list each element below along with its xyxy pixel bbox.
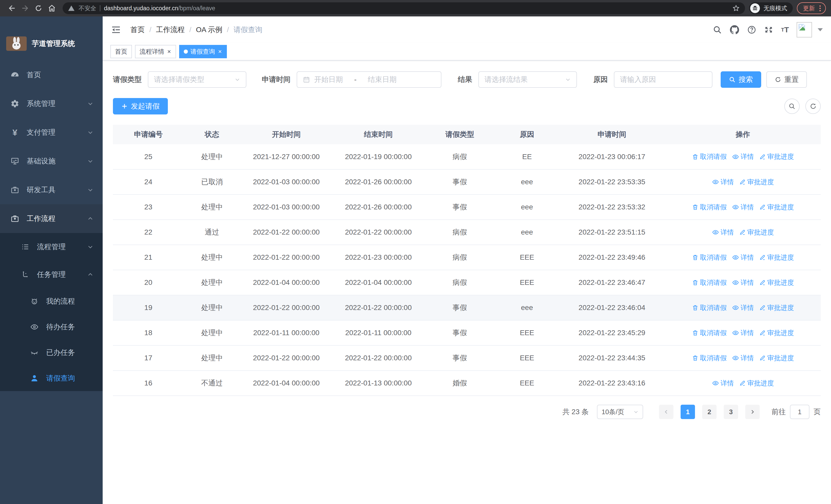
approval-progress-link[interactable]: 审批进度: [739, 228, 774, 237]
cell-leave-type: 病假: [424, 144, 495, 169]
detail-link[interactable]: 详情: [712, 228, 734, 237]
avatar[interactable]: [797, 22, 812, 37]
approval-progress-link[interactable]: 审批进度: [759, 253, 794, 262]
detail-link[interactable]: 详情: [732, 354, 754, 363]
detail-link[interactable]: 详情: [732, 328, 754, 337]
forward-icon[interactable]: [19, 2, 32, 15]
cell-leave-type: 病假: [424, 245, 495, 270]
cancel-leave-link[interactable]: 取消请假: [692, 152, 727, 161]
detail-link[interactable]: 详情: [732, 203, 754, 212]
cancel-leave-link[interactable]: 取消请假: [692, 328, 727, 337]
close-icon[interactable]: ×: [218, 49, 222, 55]
home-icon[interactable]: [45, 2, 58, 15]
sidebar-item-home[interactable]: 首页: [0, 61, 103, 89]
cell-status: 处理中: [184, 195, 240, 220]
help-icon[interactable]: [747, 25, 756, 34]
update-button[interactable]: 更新: [797, 2, 826, 14]
detail-link[interactable]: 详情: [732, 152, 754, 161]
page-button-3[interactable]: 3: [724, 405, 738, 419]
end-date-placeholder: 结束日期: [368, 75, 397, 84]
result-label: 结果: [458, 75, 472, 84]
cancel-leave-link[interactable]: 取消请假: [692, 253, 727, 262]
leave-type-select[interactable]: 请选择请假类型: [148, 71, 247, 88]
cancel-leave-link[interactable]: 取消请假: [692, 303, 727, 312]
cell-id: 24: [113, 169, 184, 195]
sidebar-item-my-process[interactable]: 我的流程: [0, 289, 103, 314]
cancel-leave-link[interactable]: 取消请假: [692, 203, 727, 212]
approval-progress-link[interactable]: 审批进度: [759, 152, 794, 161]
breadcrumb-item[interactable]: 首页: [131, 25, 145, 35]
sidebar-item-process-mgmt[interactable]: 流程管理: [0, 233, 103, 261]
font-size-icon[interactable]: TT: [781, 26, 789, 34]
detail-link[interactable]: 详情: [732, 303, 754, 312]
reason-input[interactable]: [614, 72, 712, 87]
search-icon[interactable]: [713, 25, 722, 34]
cell-id: 21: [113, 245, 184, 270]
approval-progress-link[interactable]: 审批进度: [759, 328, 794, 337]
tab-leave-query[interactable]: 请假查询 ×: [179, 45, 227, 58]
reload-icon[interactable]: [32, 2, 45, 15]
apply-time-range-picker[interactable]: 开始日期 - 结束日期: [297, 71, 441, 88]
search-button[interactable]: 搜索: [721, 71, 761, 88]
breadcrumb-item[interactable]: OA 示例: [196, 25, 223, 35]
sidebar-item-done-tasks[interactable]: 已办任务: [0, 340, 103, 365]
cell-apply-time: 2022-01-22 23:49:46: [559, 245, 665, 270]
approval-progress-link[interactable]: 审批进度: [739, 379, 774, 388]
back-icon[interactable]: [5, 2, 19, 15]
approval-progress-link[interactable]: 审批进度: [759, 354, 794, 363]
page-button-2[interactable]: 2: [702, 405, 717, 419]
breadcrumb-separator: /: [227, 26, 229, 34]
approval-progress-link[interactable]: 审批进度: [759, 303, 794, 312]
table-row: 19 处理中 2022-01-22 00:00:00 2022-01-22 00…: [113, 295, 821, 320]
sidebar-item-leave-query[interactable]: 请假查询: [0, 365, 103, 391]
sidebar-item-workflow[interactable]: 工作流程: [0, 204, 103, 233]
browser-menu-icon[interactable]: [820, 5, 821, 11]
sidebar-item-infra[interactable]: 基础设施: [0, 147, 103, 176]
sidebar-item-system[interactable]: 系统管理: [0, 89, 103, 118]
caret-down-icon[interactable]: [818, 28, 823, 31]
cell-end-time: 2022-01-23 00:00:00: [332, 245, 425, 270]
app-logo-row[interactable]: 芋道管理系统: [0, 17, 103, 61]
tab-home[interactable]: 首页: [110, 45, 132, 58]
cancel-leave-link[interactable]: 取消请假: [692, 278, 727, 287]
approval-progress-link[interactable]: 审批进度: [759, 203, 794, 212]
cell-actions: 取消请假 详情 审批进度: [665, 295, 821, 320]
detail-link[interactable]: 详情: [712, 379, 734, 388]
prev-page-button[interactable]: [659, 405, 674, 419]
search-button-label: 搜索: [739, 75, 753, 84]
create-leave-button[interactable]: 发起请假: [113, 98, 168, 114]
close-icon[interactable]: ×: [167, 49, 171, 55]
goto-page-input[interactable]: [790, 405, 809, 419]
sidebar-item-label: 系统管理: [27, 99, 55, 109]
sidebar-item-devtools[interactable]: 研发工具: [0, 176, 103, 204]
refresh-table-icon[interactable]: [805, 98, 821, 114]
show-search-icon[interactable]: [784, 98, 800, 114]
cell-apply-time: 2022-01-23 00:06:17: [559, 144, 665, 169]
detail-link[interactable]: 详情: [732, 253, 754, 262]
cell-leave-type: 病假: [424, 270, 495, 295]
approval-progress-link[interactable]: 审批进度: [739, 178, 774, 186]
table-row: 25 处理中 2021-12-27 00:00:00 2022-01-19 00…: [113, 144, 821, 169]
breadcrumb-item[interactable]: 工作流程: [156, 25, 185, 35]
sidebar-item-payment[interactable]: ¥ 支付管理: [0, 118, 103, 147]
sidebar-item-todo-tasks[interactable]: 待办任务: [0, 314, 103, 340]
tab-process-detail[interactable]: 流程详情 ×: [135, 45, 176, 58]
cell-end-time: 2022-01-13 00:00:00: [332, 370, 425, 396]
table-toolbar: 发起请假: [113, 98, 821, 114]
page-button-1[interactable]: 1: [681, 405, 695, 419]
collapse-sidebar-icon[interactable]: [111, 25, 121, 35]
cancel-leave-link[interactable]: 取消请假: [692, 354, 727, 363]
next-page-button[interactable]: [745, 405, 760, 419]
url-bar[interactable]: 不安全 dashboard.yudao.iocoder.cn/bpm/oa/le…: [63, 2, 745, 14]
reset-button[interactable]: 重置: [766, 71, 807, 88]
result-select[interactable]: 请选择流结果: [478, 71, 577, 88]
detail-link[interactable]: 详情: [732, 278, 754, 287]
github-icon[interactable]: [729, 25, 739, 35]
bookmark-star-icon[interactable]: [732, 4, 740, 12]
fullscreen-icon[interactable]: [764, 25, 773, 34]
detail-link[interactable]: 详情: [712, 178, 734, 186]
page-size-select[interactable]: 10条/页: [597, 405, 643, 419]
approval-progress-link[interactable]: 审批进度: [759, 278, 794, 287]
col-header-id: 申请编号: [113, 125, 184, 144]
sidebar-item-task-mgmt[interactable]: 任务管理: [0, 261, 103, 289]
